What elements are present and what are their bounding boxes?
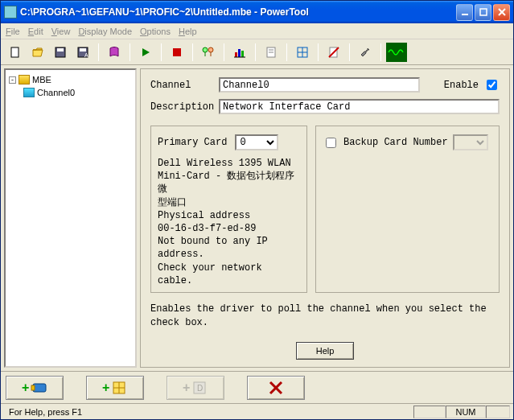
grid-button[interactable] (292, 43, 313, 62)
tree-child-row[interactable]: Channel0 (9, 86, 132, 99)
channel-input[interactable] (219, 77, 420, 93)
tree-root-row[interactable]: - MBE (9, 73, 132, 86)
delete-x-icon (268, 380, 284, 396)
toolbar: A (1, 39, 513, 65)
backup-card-label: Backup Card Number (343, 137, 448, 148)
add-channel-button[interactable]: + (6, 376, 64, 400)
svg-rect-15 (235, 52, 237, 57)
svg-text:D: D (197, 384, 203, 393)
primary-info-7: Check your network cable. (158, 261, 300, 287)
menu-view[interactable]: View (51, 27, 71, 36)
status-num: NUM (446, 406, 486, 418)
svg-rect-1 (480, 9, 487, 15)
maximize-button[interactable] (475, 4, 491, 21)
backup-card-checkbox[interactable] (326, 138, 336, 148)
chart-button[interactable] (229, 43, 250, 62)
tree-panel[interactable]: - MBE Channel0 (4, 68, 137, 368)
primary-info-2: Mini-Card - 数据包计划程序微 (158, 170, 300, 196)
tree-child-label: Channel0 (37, 88, 75, 97)
status-text: For Help, press F1 (4, 406, 413, 418)
delete-button[interactable] (247, 376, 305, 400)
help-button[interactable] (104, 43, 125, 62)
help-button-panel[interactable]: Help (296, 342, 354, 360)
book-icon (108, 46, 121, 59)
open-button[interactable] (27, 43, 48, 62)
doc-button[interactable] (261, 43, 282, 62)
description-label: Description (150, 101, 219, 113)
collapse-icon[interactable]: - (9, 76, 16, 84)
new-file-icon (9, 46, 22, 59)
menubar: File Edit View Display Mode Options Help (1, 23, 513, 39)
enable-label: Enable (444, 80, 479, 91)
minimize-icon (461, 8, 469, 16)
svg-text:+: + (183, 381, 190, 394)
menu-help[interactable]: Help (179, 27, 197, 36)
run-button[interactable] (135, 43, 156, 62)
primary-info-3: 型端口 (158, 196, 300, 209)
save-as-button[interactable]: A (72, 43, 93, 62)
close-icon (498, 8, 506, 16)
window-title: C:\PROGRA~1\GEFANU~1\PROFIC~2\Untitled.m… (20, 6, 456, 18)
bar-chart-icon (233, 46, 246, 59)
menu-edit[interactable]: Edit (28, 27, 43, 36)
primary-card-group: Primary Card 0 Dell Wireless 1395 WLAN M… (150, 126, 307, 293)
wave-button[interactable] (386, 43, 407, 62)
client-area: - MBE Channel0 Channel Enable Descriptio… (1, 65, 513, 371)
enable-checkbox[interactable] (487, 80, 497, 90)
svg-text:+: + (22, 381, 29, 394)
add-block-button[interactable]: + (86, 376, 144, 400)
svg-text:+: + (102, 381, 109, 394)
grid-icon (296, 46, 309, 59)
add-block-icon: + (101, 379, 130, 397)
properties-panel: Channel Enable Description Primary Card … (140, 68, 510, 368)
stop-icon (173, 48, 181, 56)
menu-file[interactable]: File (6, 27, 20, 36)
menu-display-mode[interactable]: Display Mode (78, 27, 132, 36)
wrench-button[interactable] (355, 43, 376, 62)
titlebar: C:\PROGRA~1\GEFANU~1\PROFIC~2\Untitled.m… (1, 1, 513, 23)
svg-text:A: A (84, 52, 88, 58)
config-button[interactable] (198, 43, 219, 62)
primary-info-1: Dell Wireless 1395 WLAN (158, 157, 300, 170)
play-icon (140, 47, 151, 58)
edit-button[interactable] (323, 43, 344, 62)
svg-point-12 (208, 47, 213, 52)
new-button[interactable] (5, 43, 26, 62)
svg-rect-17 (241, 51, 244, 57)
svg-rect-4 (11, 47, 19, 57)
svg-rect-6 (57, 48, 64, 51)
minimize-button[interactable] (456, 4, 473, 21)
svg-rect-16 (238, 49, 241, 57)
primary-card-select[interactable]: 0 (235, 134, 278, 150)
menu-options[interactable]: Options (140, 27, 171, 36)
backup-card-select[interactable] (453, 134, 488, 150)
primary-card-label: Primary Card (158, 137, 227, 148)
document-icon (265, 46, 278, 59)
svg-point-11 (203, 47, 208, 52)
svg-rect-0 (462, 14, 468, 15)
save-as-icon: A (76, 46, 89, 59)
maximize-icon (479, 8, 487, 16)
primary-info-4: Physical address (158, 209, 300, 222)
stop-button[interactable] (167, 43, 187, 62)
save-icon (54, 46, 67, 59)
add-channel-icon: + (20, 379, 49, 397)
tree-config-icon (201, 46, 216, 59)
tree-root-label: MBE (32, 75, 51, 84)
svg-rect-29 (31, 385, 35, 390)
description-input[interactable] (219, 99, 500, 114)
bottom-toolbar: + + + D (1, 371, 513, 403)
statusbar: For Help, press F1 NUM (1, 403, 513, 419)
app-icon (4, 6, 17, 19)
driver-icon (19, 75, 30, 84)
primary-info-6: Not bound to any IP address. (158, 235, 300, 261)
hint-text: Enables the driver to poll the channel w… (150, 303, 500, 330)
channel-label: Channel (150, 80, 219, 91)
wrench-icon (359, 46, 372, 59)
close-button[interactable] (493, 4, 510, 21)
backup-card-group: Backup Card Number (315, 126, 500, 293)
save-button[interactable] (50, 43, 71, 62)
open-folder-icon (31, 46, 44, 59)
channel-icon (23, 88, 35, 97)
add-database-button: + D (167, 376, 224, 400)
